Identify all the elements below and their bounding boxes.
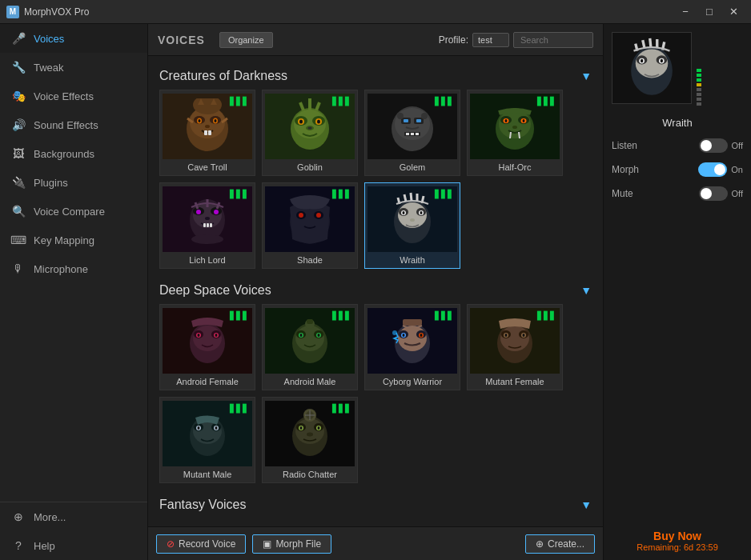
level-bar-1	[697, 69, 701, 72]
voice-card-half-orc[interactable]: ▋▋▋ Half-Orc	[467, 90, 563, 176]
selected-voice-image	[612, 32, 692, 104]
svg-rect-30	[406, 133, 409, 135]
sidebar-item-more[interactable]: ⊕ More...	[0, 502, 147, 531]
voice-card-radio-chatter[interactable]: ▋▋▋ Radio Chatter	[262, 397, 358, 483]
svg-point-34	[421, 113, 428, 119]
svg-point-94	[420, 334, 423, 337]
listen-control-row: Listen Off	[612, 138, 743, 153]
svg-point-83	[300, 334, 303, 337]
sidebar-label-tweak: Tweak	[34, 62, 64, 74]
voice-card-android-male[interactable]: ▋▋▋ Android Male	[262, 304, 358, 390]
tweak-icon: 🔧	[11, 60, 26, 74]
listen-toggle[interactable]	[699, 138, 728, 153]
svg-point-43	[512, 126, 517, 129]
svg-rect-27	[404, 119, 408, 122]
create-button[interactable]: ⊕ Create...	[525, 534, 595, 554]
sidebar-item-plugins[interactable]: 🔌 Plugins	[0, 168, 147, 197]
signal-half-orc: ▋▋▋	[537, 97, 556, 106]
voice-card-wraith[interactable]: ▋▋▋ Wraith	[364, 182, 460, 269]
svg-rect-8	[204, 130, 207, 135]
signal-radio-chatter: ▋▋▋	[332, 404, 351, 413]
profile-select[interactable]: test	[472, 33, 509, 47]
maximize-button[interactable]: □	[698, 3, 721, 21]
svg-rect-86	[307, 319, 313, 324]
organize-button[interactable]: Organize	[219, 32, 273, 48]
svg-point-88	[398, 326, 427, 351]
android-male-label: Android Male	[284, 377, 336, 386]
svg-point-33	[397, 113, 404, 119]
svg-rect-51	[203, 223, 206, 227]
record-voice-button[interactable]: ⊘ Record Voice	[156, 534, 246, 554]
close-button[interactable]: ✕	[722, 3, 745, 21]
voice-card-cave-troll[interactable]: ▋▋▋ Cave Troll	[159, 90, 255, 176]
sidebar-label-key-mapping: Key Mapping	[34, 234, 94, 246]
voice-card-android-female[interactable]: ▋▋▋ Android Female	[159, 304, 255, 390]
main-content: VOICES Organize Profile: test Creatures …	[148, 24, 603, 560]
sidebar-item-microphone[interactable]: 🎙 Microphone	[0, 254, 147, 283]
sidebar-item-voices[interactable]: 🎤 Voices	[0, 24, 147, 53]
record-icon: ⊘	[167, 538, 175, 550]
mute-knob	[701, 188, 712, 199]
morph-toggle[interactable]	[698, 162, 727, 177]
golem-label: Golem	[400, 162, 425, 172]
svg-rect-31	[411, 133, 414, 135]
svg-point-132	[641, 59, 643, 63]
buy-now-text[interactable]: Buy Now	[637, 530, 718, 542]
svg-point-76	[215, 334, 218, 337]
svg-point-121	[307, 433, 313, 437]
sidebar-item-backgrounds[interactable]: 🖼 Backgrounds	[0, 139, 147, 168]
voices-area[interactable]: Creatures of Darkness ▼	[148, 56, 603, 526]
svg-point-22	[310, 127, 312, 130]
voice-card-mutant-male[interactable]: ▋▋▋ Mutant Male	[159, 397, 255, 483]
sidebar-item-sound-effects[interactable]: 🔊 Sound Effects	[0, 110, 147, 139]
level-bar-4	[697, 83, 701, 86]
sidebar-item-tweak[interactable]: 🔧 Tweak	[0, 53, 147, 82]
wraith-label: Wraith	[400, 255, 425, 265]
morph-control-row: Morph On	[612, 162, 743, 177]
sidebar: 🎤 Voices 🔧 Tweak 🎭 Voice Effects 🔊 Sound…	[0, 24, 148, 560]
voice-effects-icon: 🎭	[11, 89, 26, 103]
cyborg-warrior-label: Cyborg Warrior	[383, 377, 442, 386]
svg-point-112	[215, 426, 218, 430]
level-bar-8	[697, 102, 701, 106]
category-creatures-arrow[interactable]: ▼	[580, 70, 592, 82]
sidebar-item-voice-compare[interactable]: 🔍 Voice Compare	[0, 197, 147, 226]
morph-label: Morph File	[275, 538, 321, 550]
sidebar-item-help[interactable]: ? Help	[0, 531, 147, 560]
goblin-img: ▋▋▋	[265, 94, 355, 159]
create-label: Create...	[548, 538, 584, 550]
morph-file-button[interactable]: ▣ Morph File	[252, 534, 331, 554]
sidebar-item-voice-effects[interactable]: 🎭 Voice Effects	[0, 82, 147, 110]
morph-icon: ▣	[263, 538, 271, 550]
svg-point-48	[196, 210, 201, 214]
level-bar-5	[697, 88, 701, 91]
section-title: VOICES	[158, 34, 205, 46]
signal-android-male: ▋▋▋	[332, 311, 351, 320]
svg-point-49	[214, 210, 219, 214]
level-bars	[697, 32, 701, 109]
search-input[interactable]	[513, 32, 593, 48]
signal-shade: ▋▋▋	[332, 190, 351, 198]
voice-card-goblin[interactable]: ▋▋▋ Goblin	[262, 90, 358, 176]
voice-card-shade[interactable]: ▋▋▋ Shade	[262, 182, 358, 269]
mute-label: Mute	[612, 188, 633, 199]
creatures-grid: ▋▋▋ Cave Troll	[156, 90, 595, 278]
sidebar-label-voices: Voices	[34, 33, 64, 45]
sidebar-item-key-mapping[interactable]: ⌨ Key Mapping	[0, 226, 147, 254]
minimize-button[interactable]: −	[674, 3, 697, 21]
category-deepspace-arrow[interactable]: ▼	[580, 284, 592, 297]
listen-toggle-container: Off	[699, 138, 743, 153]
svg-point-103	[505, 334, 508, 337]
svg-point-59	[316, 213, 321, 218]
svg-point-7	[215, 119, 217, 122]
voice-card-lich-lord[interactable]: ▋▋▋ Lich Lord	[159, 182, 255, 269]
record-label: Record Voice	[179, 538, 235, 550]
voice-card-mutant-female[interactable]: ▋▋▋ Mutant Female	[467, 304, 563, 390]
topbar: VOICES Organize Profile: test	[148, 24, 603, 56]
voice-card-cyborg-warrior[interactable]: ▋▋▋ Cyborg Warrior	[364, 304, 460, 390]
mute-toggle[interactable]	[699, 186, 728, 201]
deepspace-grid: ▋▋▋ Android Female	[156, 304, 595, 493]
category-fantasy-arrow[interactable]: ▼	[580, 498, 592, 511]
category-fantasy-title: Fantasy Voices	[159, 498, 247, 512]
voice-card-golem[interactable]: ▋▋▋ Golem	[364, 90, 460, 176]
